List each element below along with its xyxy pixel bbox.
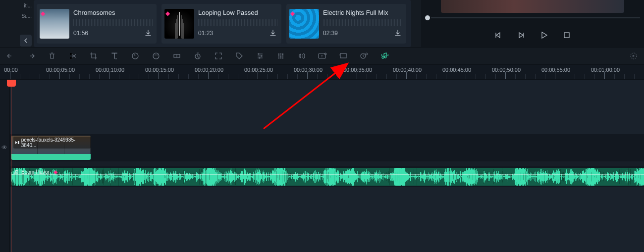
ruler-label: 00:00:25:00 — [244, 67, 273, 73]
delete-button[interactable] — [47, 50, 57, 61]
download-button[interactable] — [392, 28, 403, 39]
audio-clip-name: Boom Flavor — [21, 169, 50, 175]
waveform-preview — [198, 19, 278, 26]
palette-icon — [152, 52, 160, 60]
timeline[interactable]: 👁 pexels-fauxels-3249935-3840... Boom Fl… — [0, 80, 644, 252]
ruler-label: 00:00:10:00 — [96, 67, 124, 73]
download-button[interactable] — [268, 28, 278, 39]
ruler-label: 00:01:00:00 — [591, 67, 620, 73]
color-button[interactable] — [151, 50, 161, 61]
render-preview-button[interactable] — [338, 50, 349, 61]
text-icon — [110, 51, 119, 60]
audio-track[interactable]: Boom Flavor ◆ — [10, 166, 644, 187]
play-range-icon — [517, 31, 525, 39]
download-icon — [394, 29, 402, 37]
ruler-label: 00:00:50:00 — [492, 67, 521, 73]
svg-rect-0 — [564, 33, 569, 38]
media-thumb: ◆ — [40, 9, 69, 39]
subtitle-button[interactable]: T — [317, 50, 328, 61]
ai-tools-button[interactable] — [359, 50, 370, 61]
side-tab-2[interactable]: Su... — [21, 13, 32, 19]
preview-scrubber[interactable] — [421, 13, 644, 23]
gem-icon: ◆ — [290, 10, 295, 17]
music-note-icon — [14, 170, 19, 175]
video-track[interactable]: pexels-fauxels-3249935-3840... — [10, 134, 644, 161]
media-thumb: ◆ — [289, 9, 319, 39]
back-button[interactable] — [20, 35, 32, 47]
ruler-label: 00:00:35:00 — [343, 67, 372, 73]
svg-point-5 — [155, 54, 156, 55]
media-card[interactable]: ◆ Chromosomes 01:56 — [37, 4, 157, 44]
stop-button[interactable] — [561, 30, 572, 41]
eye-icon[interactable]: 👁 — [1, 144, 7, 151]
waveform-preview — [73, 19, 154, 26]
sliders-icon — [256, 52, 264, 60]
adjust-button[interactable] — [255, 50, 266, 61]
detach-audio-icon — [298, 52, 306, 60]
media-duration: 01:56 — [73, 30, 88, 37]
redo-icon — [27, 52, 35, 60]
svg-point-6 — [157, 54, 158, 55]
empty-track[interactable] — [10, 187, 644, 252]
speed-icon — [131, 52, 139, 60]
play-button[interactable] — [538, 30, 549, 41]
gem-icon: ◆ — [54, 169, 57, 175]
music-beat-icon — [380, 52, 390, 60]
svg-rect-14 — [282, 54, 283, 55]
side-tab-1[interactable]: iti... — [24, 3, 32, 8]
ruler-label: 00:00:20:00 — [195, 67, 223, 73]
detach-audio-button[interactable] — [296, 50, 307, 61]
ruler-label: 00:00:30:00 — [294, 67, 322, 73]
stop-icon — [563, 31, 571, 39]
audio-clip[interactable]: Boom Flavor ◆ — [11, 168, 644, 186]
duration-button[interactable] — [192, 50, 203, 61]
media-duration: 02:39 — [323, 30, 338, 37]
play-icon — [540, 31, 548, 39]
media-title: Electric Nights Full Mix — [323, 9, 403, 16]
marker-button[interactable] — [234, 50, 245, 61]
svg-point-10 — [261, 55, 263, 57]
crop-icon — [90, 52, 98, 60]
svg-rect-13 — [280, 56, 281, 57]
waveform-preview — [323, 19, 403, 26]
split-button[interactable] — [67, 50, 78, 61]
preview-video[interactable] — [441, 0, 624, 13]
ruler-label: 00:00:05:00 — [46, 67, 75, 73]
audio-waveform — [11, 168, 644, 186]
svg-text:T: T — [321, 54, 323, 58]
fit-button[interactable] — [213, 50, 224, 61]
playhead-handle[interactable] — [7, 80, 16, 87]
beat-detect-button[interactable] — [379, 50, 390, 61]
media-title: Chromosomes — [73, 9, 154, 16]
speed-button[interactable] — [130, 50, 141, 61]
play-range-button[interactable] — [516, 30, 527, 41]
media-card[interactable]: ◆ Electric Nights Full Mix 02:39 — [286, 4, 406, 44]
empty-track[interactable] — [10, 80, 644, 134]
keyframe-button[interactable] — [171, 50, 182, 61]
ruler-label: 00:00:40:00 — [393, 67, 422, 73]
undo-button[interactable] — [5, 50, 16, 61]
download-button[interactable] — [143, 28, 154, 39]
timeline-toolbar: T — [0, 47, 644, 65]
svg-point-2 — [70, 57, 72, 59]
media-title: Looping Low Passed — [198, 9, 278, 16]
timeline-settings-button[interactable] — [628, 50, 639, 61]
redo-button[interactable] — [26, 50, 37, 61]
preview-panel — [421, 0, 644, 47]
scrub-handle-icon[interactable] — [425, 15, 430, 20]
mixer-button[interactable] — [275, 50, 286, 61]
media-panel: ◆ Chromosomes 01:56 ◆ Looping Low Passed… — [34, 0, 411, 47]
media-card[interactable]: ◆ Looping Low Passed 01:23 — [161, 4, 281, 44]
tag-icon — [235, 52, 243, 60]
fit-icon — [215, 52, 222, 60]
playhead-line — [11, 80, 11, 252]
stopwatch-icon — [194, 52, 202, 60]
track-gutter: 👁 — [0, 80, 10, 252]
prev-frame-button[interactable] — [493, 30, 504, 41]
video-clip-name: pexels-fauxels-3249935-3840... — [21, 137, 89, 148]
timeline-ruler[interactable]: 00:00 00:00:05:00 00:00:10:00 00:00:15:0… — [0, 65, 644, 80]
crop-button[interactable] — [88, 50, 99, 61]
text-button[interactable] — [109, 50, 120, 61]
video-clip[interactable]: pexels-fauxels-3249935-3840... — [11, 136, 91, 160]
svg-point-11 — [259, 57, 261, 59]
